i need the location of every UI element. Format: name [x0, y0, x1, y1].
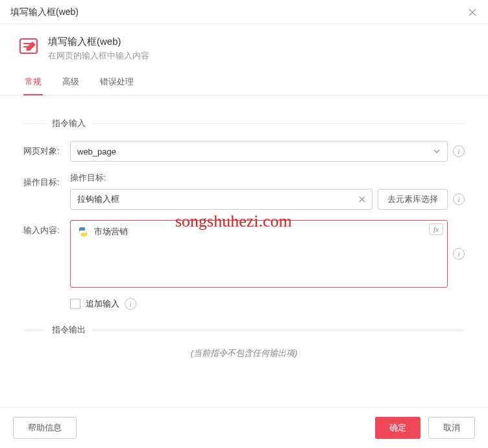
append-checkbox[interactable]	[70, 299, 80, 309]
ok-button[interactable]: 确定	[375, 417, 421, 439]
python-icon	[77, 227, 89, 237]
section-input-label: 指令输入	[45, 118, 92, 128]
info-icon[interactable]: i	[453, 193, 465, 205]
content-value: 市场营销	[94, 226, 128, 238]
tab-advanced[interactable]: 高级	[61, 69, 80, 95]
content-textarea[interactable]: 市场营销 fx	[70, 220, 448, 288]
window-title: 填写输入框(web)	[10, 6, 79, 18]
clear-icon[interactable]	[358, 195, 367, 204]
cancel-button[interactable]: 取消	[428, 417, 475, 439]
web-object-label: 网页对象:	[23, 141, 64, 157]
no-output-text: (当前指令不包含任何输出项)	[23, 347, 465, 359]
fx-button[interactable]: fx	[429, 223, 443, 235]
web-object-select[interactable]: web_page	[70, 141, 448, 162]
tab-error[interactable]: 错误处理	[99, 69, 135, 95]
info-icon[interactable]: i	[453, 145, 465, 157]
content-label: 输入内容:	[23, 220, 64, 236]
tab-general[interactable]: 常规	[23, 69, 43, 95]
info-icon[interactable]: i	[453, 248, 465, 260]
target-label: 操作目标:	[23, 172, 64, 188]
select-element-button[interactable]: 去元素库选择	[378, 189, 448, 210]
target-sublabel: 操作目标:	[70, 172, 465, 184]
info-icon[interactable]: i	[125, 298, 136, 310]
help-button[interactable]: 帮助信息	[13, 417, 77, 439]
web-object-value: web_page	[77, 147, 116, 156]
form-edit-icon	[18, 36, 39, 56]
close-icon[interactable]	[467, 7, 478, 18]
chevron-down-icon	[433, 147, 441, 155]
page-title: 填写输入框(web)	[48, 36, 149, 48]
target-value: 拉钩输入框	[77, 193, 119, 205]
page-subtitle: 在网页的输入框中输入内容	[48, 50, 149, 62]
append-label: 追加输入	[86, 298, 119, 310]
section-output-label: 指令输出	[45, 325, 92, 334]
target-input[interactable]: 拉钩输入框	[70, 189, 372, 210]
